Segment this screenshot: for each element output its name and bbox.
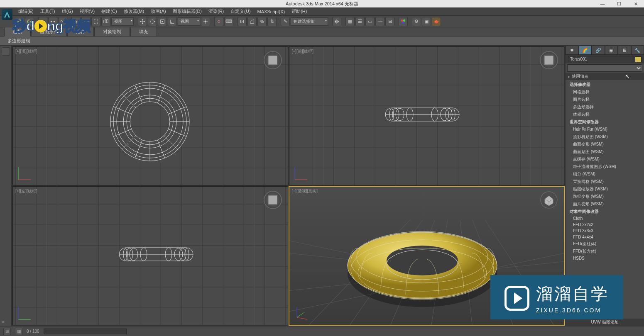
menu-rendering[interactable]: 渲染(R) xyxy=(205,8,227,15)
mod-camera-map[interactable]: 摄影机贴图 (WSM) xyxy=(567,133,642,141)
ribbon-tab-modeling[interactable]: 建模 xyxy=(4,27,31,37)
mod-cloth[interactable]: Cloth xyxy=(567,215,642,222)
mod-mapscaler[interactable]: 贴图缩放器 (WSM) xyxy=(567,185,642,193)
modify-tab[interactable]: 🌈 xyxy=(579,46,592,55)
menu-graph-editors[interactable]: 图形编辑器(D) xyxy=(169,8,205,15)
move-button[interactable] xyxy=(138,17,147,26)
mod-surf-deform[interactable]: 曲面变形 (WSM) xyxy=(567,141,642,148)
link-button[interactable] xyxy=(38,17,47,26)
utilities-tab[interactable]: 🔧 xyxy=(631,46,644,55)
mod-hsds[interactable]: HSDS xyxy=(567,255,642,261)
mod-vol-select[interactable]: 体积选择 xyxy=(567,111,642,118)
redo-button[interactable] xyxy=(25,17,34,26)
keyboard-shortcut-button[interactable]: ⌨ xyxy=(224,17,233,26)
select-manipulate-button[interactable] xyxy=(214,17,223,26)
curve-editor-button[interactable]: 〰 xyxy=(375,17,384,26)
menu-edit[interactable]: 编辑(E) xyxy=(15,8,37,15)
close-button[interactable]: ✕ xyxy=(627,0,644,7)
menu-modifiers[interactable]: 修改器(M) xyxy=(120,8,148,15)
ribbon-tab-populate[interactable]: 填充 xyxy=(130,27,157,36)
menu-tools[interactable]: 工具(T) xyxy=(37,8,59,15)
viewcube-persp[interactable] xyxy=(540,191,558,209)
minimize-button[interactable]: — xyxy=(594,0,611,7)
menu-animation[interactable]: 动画(A) xyxy=(147,8,169,15)
viewcube-top[interactable] xyxy=(264,51,282,69)
menu-help[interactable]: 帮助(H) xyxy=(288,8,310,15)
menu-view[interactable]: 视图(V) xyxy=(76,8,98,15)
viewport-label-front[interactable]: [+][前][线框] xyxy=(292,49,314,54)
mod-point-cache[interactable]: 点缓存 (WSM) xyxy=(567,156,642,163)
align-button[interactable]: ▦ xyxy=(345,17,355,26)
mod-pflow-collision[interactable]: 粒子流碰撞图形 (WSM) xyxy=(567,163,642,170)
mod-ffd4[interactable]: FFD 4x4x4 xyxy=(567,234,642,240)
object-name-input[interactable] xyxy=(568,56,634,62)
mod-surf-mapper[interactable]: 曲面贴图 (WSM) xyxy=(567,148,642,156)
ribbon-sub-polymodeling[interactable]: 多边形建模 xyxy=(4,37,34,45)
modifier-stack-header[interactable]: ▸ 使用轴点 xyxy=(566,73,644,80)
selection-filter-dropdown[interactable]: 视图 xyxy=(111,17,134,26)
mod-path-deform[interactable]: 路径变形 (WSM) xyxy=(567,193,642,200)
viewport-layout-button[interactable]: ⊞ xyxy=(3,328,11,335)
graphite-toggle-button[interactable]: ▭ xyxy=(365,17,375,26)
mod-patch-select[interactable]: 面片选择 xyxy=(567,96,642,103)
mod-displace-mesh[interactable]: 置换网格 (WSM) xyxy=(567,178,642,185)
ribbon-tab-object-paint[interactable]: 对象绘制 xyxy=(94,27,130,36)
mod-poly-select[interactable]: 多边形选择 xyxy=(567,103,642,111)
motion-tab[interactable]: ◉ xyxy=(605,46,618,55)
named-selection-dropdown[interactable]: 创建选择集 xyxy=(291,17,328,26)
display-tab[interactable]: 🖥 xyxy=(618,46,631,55)
render-production-button[interactable]: 🫖 xyxy=(432,17,441,26)
expand-strip-button[interactable]: ▸ xyxy=(2,319,5,324)
select-region-button[interactable] xyxy=(91,17,100,26)
mod-subdivide[interactable]: 细分 (WSM) xyxy=(567,170,642,178)
rendered-frame-button[interactable]: ▣ xyxy=(422,17,431,26)
mod-patch-deform[interactable]: 面片变形 (WSM) xyxy=(567,200,642,208)
mirror-button[interactable] xyxy=(332,17,341,26)
rotate-button[interactable] xyxy=(148,17,157,26)
viewport-left[interactable]: [+][左][线框] xyxy=(12,186,288,325)
layer-manager-button[interactable]: ☰ xyxy=(355,17,365,26)
select-by-name-button[interactable] xyxy=(81,17,91,26)
modifier-list-dropdown[interactable] xyxy=(567,64,642,72)
bind-spacewarp-button[interactable] xyxy=(58,17,67,26)
mod-mesh-select[interactable]: 网格选择 xyxy=(567,88,642,96)
material-editor-button[interactable] xyxy=(399,17,408,26)
modifier-list[interactable]: 选择修改器 网格选择 面片选择 多边形选择 体积选择 世界空间修改器 Hair … xyxy=(566,80,644,319)
window-crossing-button[interactable] xyxy=(101,17,110,26)
menu-group[interactable]: 组(G) xyxy=(59,8,76,15)
mod-ffd2[interactable]: FFD 2x2x2 xyxy=(567,222,642,228)
angle-snap-button[interactable] xyxy=(247,17,257,26)
object-color-swatch[interactable] xyxy=(635,56,642,62)
create-tab[interactable]: ✹ xyxy=(566,46,579,55)
unlink-button[interactable] xyxy=(48,17,57,26)
menu-customize[interactable]: 自定义(U) xyxy=(227,8,254,15)
viewport-label-top[interactable]: [+][顶][线框] xyxy=(15,49,37,54)
reference-coord-button[interactable] xyxy=(168,17,177,26)
viewport-label-persp[interactable]: [+][透视][真实] xyxy=(292,188,318,194)
coord-system-dropdown[interactable]: 视图 xyxy=(178,17,200,26)
mod-ffd-cyl[interactable]: FFD(圆柱体) xyxy=(567,240,642,248)
schematic-view-button[interactable]: ⊞ xyxy=(385,17,394,26)
mod-ffd-box[interactable]: FFD(长方体) xyxy=(567,248,642,255)
viewport-perspective[interactable]: [+][透视][真实] xyxy=(289,186,565,325)
mod-hair-fur[interactable]: Hair 和 Fur (WSM) xyxy=(567,126,642,133)
render-setup-button[interactable]: ⚙ xyxy=(412,17,421,26)
viewport-layout-button-2[interactable]: ▦ xyxy=(15,328,22,335)
percent-snap-button[interactable]: % xyxy=(257,17,267,26)
left-tool-1[interactable] xyxy=(2,47,10,56)
ribbon-tab-selection[interactable]: 选择 xyxy=(67,27,94,36)
viewport-front[interactable]: [+][前][线框] xyxy=(289,46,565,185)
mod-ffd3[interactable]: FFD 3x3x3 xyxy=(567,228,642,234)
viewport-label-left[interactable]: [+][左][线框] xyxy=(15,188,37,194)
edit-named-selection-button[interactable]: ✎ xyxy=(281,17,290,26)
undo-button[interactable] xyxy=(15,17,24,26)
menu-maxscript[interactable]: MAXScript(X) xyxy=(254,9,289,14)
viewcube-left[interactable] xyxy=(264,191,282,209)
maximize-button[interactable]: ☐ xyxy=(611,0,627,7)
time-slider[interactable] xyxy=(44,329,127,334)
ribbon-tab-freeform[interactable]: 自由形式 xyxy=(31,27,67,36)
hierarchy-tab[interactable]: 🔗 xyxy=(592,46,605,55)
select-object-button[interactable] xyxy=(71,17,81,26)
viewcube-front[interactable] xyxy=(540,51,558,69)
pivot-button[interactable] xyxy=(201,17,210,26)
